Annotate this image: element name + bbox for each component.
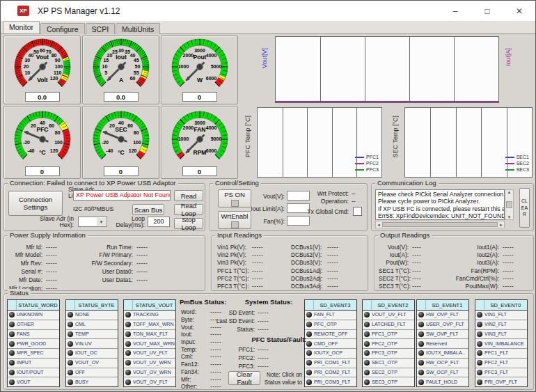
- scroll-right-icon[interactable]: ►: [499, 223, 503, 227]
- reading-label: F/W Secondary:: [82, 260, 136, 267]
- scan-bus-button[interactable]: Scan Bus: [132, 204, 164, 215]
- reading-value: ----: [412, 267, 433, 274]
- bus-label: I2C #0/PMBUS: [73, 205, 113, 212]
- reading-label: Mfr Id:: [6, 244, 46, 251]
- reading-value: -----: [46, 260, 82, 267]
- clear-log-button[interactable]: CLEAR: [519, 188, 530, 228]
- stop-loop-button[interactable]: Stop Loop: [174, 218, 203, 229]
- read-loop-button[interactable]: Read Loop: [174, 204, 203, 215]
- legend-label: SEC2: [517, 161, 529, 166]
- tab-configure[interactable]: Configure: [40, 23, 85, 34]
- clear-fault-button[interactable]: Clear Fault: [228, 371, 260, 385]
- fan-set-field[interactable]: [287, 216, 310, 226]
- scroll-up-icon[interactable]: ▲: [507, 190, 512, 194]
- tab-multiunits[interactable]: MultiUnits: [116, 23, 160, 34]
- tab-monitor[interactable]: Monitor: [3, 21, 40, 33]
- read-button[interactable]: Read: [174, 190, 203, 201]
- reading-value: -----: [503, 283, 533, 290]
- chevron-down-icon[interactable]: ▼: [97, 218, 106, 226]
- control-setting-group: Control/Setting PS ON WrtEnabl Vout(V): …: [209, 183, 368, 231]
- comm-log-hscrollbar[interactable]: ◄ ►: [375, 221, 505, 228]
- status-row: FANS: [8, 330, 59, 340]
- slave-adr-dropdown[interactable]: ▼: [78, 217, 107, 227]
- status-flag-label: VOUT_OV_FLT: [133, 379, 168, 385]
- comm-log-vscrollbar[interactable]: ▲ ▼: [505, 189, 514, 220]
- adaptor-status-field[interactable]: XP Power USB Adpator Not Found: [73, 190, 171, 201]
- status-flag-label: OTHER: [17, 322, 34, 327]
- readings-row: Iout(A):----Iout2(A):-----: [379, 251, 532, 258]
- status-value[interactable]: -----: [258, 363, 292, 370]
- status-flag-label: SEC3_OTP: [372, 379, 397, 385]
- status-flag-label: VOUT_OV: [75, 360, 99, 366]
- status-led-icon: [364, 360, 370, 366]
- reading-label: DCBus1Adj:: [291, 267, 327, 274]
- status-value[interactable]: -----: [258, 354, 292, 361]
- svg-text:5: 5: [104, 70, 107, 75]
- reading-label: SEC2 T(°C):: [379, 275, 412, 282]
- reading-label: DCBus3Adj:: [291, 283, 327, 290]
- wrt-enabl-button[interactable]: WrtEnabl: [218, 211, 251, 229]
- reading-value: ----: [412, 251, 433, 258]
- reading-value: -----: [503, 244, 533, 251]
- scroll-left-icon[interactable]: ◄: [377, 223, 381, 227]
- connection-settings-button[interactable]: Connection Settings: [8, 191, 63, 216]
- status-value[interactable]: -----: [258, 309, 297, 316]
- svg-text:100: 100: [55, 64, 63, 69]
- loop-delay-field[interactable]: 200: [148, 217, 170, 227]
- maximize-button[interactable]: □: [471, 1, 503, 21]
- header-led-column: [417, 300, 426, 310]
- panel-divider: [430, 108, 431, 177]
- reading-value: ----: [412, 275, 433, 282]
- reading-label: SEC3 T(°C):: [379, 283, 412, 290]
- status-value[interactable]: -----: [258, 326, 297, 333]
- readings-row: Mfr Date:-----User Data1:-----: [6, 276, 203, 283]
- reading-value: ----: [412, 259, 433, 266]
- status-led-icon: [68, 341, 73, 347]
- close-button[interactable]: ✕: [503, 1, 535, 21]
- status-value[interactable]: -----: [210, 338, 241, 345]
- vscroll-thumb[interactable]: [506, 201, 512, 208]
- status-row: IOUT/POUT: [8, 368, 59, 378]
- svg-text:120: 120: [50, 148, 58, 153]
- status-table-title: SD_EVENT1: [426, 302, 468, 308]
- panel-divider: [456, 108, 457, 177]
- tab-scpi[interactable]: SCPI: [86, 23, 116, 34]
- svg-text:20: 20: [31, 123, 36, 128]
- reading-label: Fan(RPM):: [444, 267, 503, 274]
- tx-global-checkbox[interactable]: [353, 207, 362, 216]
- status-flag-label: USER_OVP_FLT: [426, 322, 464, 327]
- status-value-row: PFC3:-----: [213, 362, 292, 370]
- header-led-column: [475, 300, 484, 310]
- status-table-title: SD_EVENT0: [484, 302, 527, 308]
- panel-divider: [332, 108, 333, 177]
- legend-entry: SEC2: [505, 160, 529, 166]
- status-flag-label: VOUT_UV_FLT: [133, 350, 168, 356]
- sd-event0-table: SD_EVENT0VIN1_FLTVIN2_FLTVIN3_FLTVIN_IMB…: [475, 299, 528, 387]
- status-led-icon: [364, 312, 370, 317]
- status-value-label: Other:: [181, 383, 210, 390]
- comm-log-textbox[interactable]: Please check PICkit Serial Analyzer conn…: [375, 189, 505, 220]
- status-flag-label: FAULT_HOLD: [426, 379, 457, 385]
- svg-text:20: 20: [109, 123, 115, 128]
- status-value[interactable]: -----: [258, 346, 292, 353]
- ps-on-button[interactable]: PS ON: [218, 189, 251, 207]
- reading-label: Iout1(A):: [444, 244, 503, 251]
- svg-text:5000: 5000: [211, 64, 222, 69]
- status-table-header: SD_EVENT1: [417, 300, 468, 311]
- hscroll-thumb[interactable]: [382, 222, 498, 227]
- fan-gauge-value: 0: [182, 166, 217, 176]
- comm-log-line: Please cycle power to PICkit Analyzer.: [378, 198, 502, 205]
- status-led-icon: [477, 350, 482, 356]
- app-icon: XP: [17, 6, 29, 16]
- status-flag-label: PWR_GOOD: [17, 341, 46, 347]
- input-readings-rows: Vin1 Pk(V):-----DCBus1(V):-----Vin2 Pk(V…: [217, 243, 366, 290]
- status-value[interactable]: -----: [258, 317, 297, 324]
- status-flag-label: HW_OVP_FLT: [426, 312, 459, 317]
- status-led-icon: [477, 370, 482, 375]
- minimize-button[interactable]: –: [439, 1, 471, 21]
- status-led-icon: [364, 322, 370, 327]
- vout-set-field[interactable]: [287, 191, 310, 201]
- reading-value: -----: [136, 260, 175, 267]
- scroll-down-icon[interactable]: ▼: [507, 215, 512, 219]
- comm-log-line: Err58: XpFindDeviceIndex: UNIT_NOT_FOUND: [378, 212, 502, 219]
